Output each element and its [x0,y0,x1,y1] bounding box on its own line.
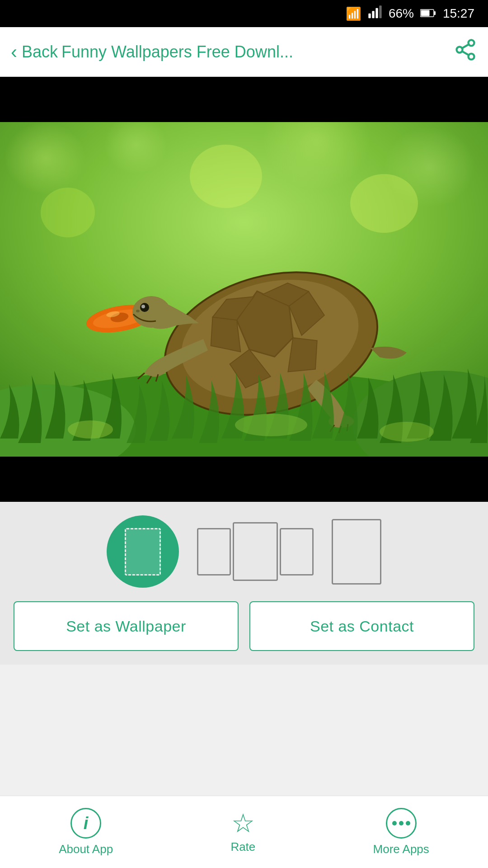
svg-point-18 [41,188,95,237]
action-buttons: Set as Wallpaper Set as Contact [0,601,488,665]
svg-point-19 [350,174,418,233]
more-apps-label: More Apps [373,842,429,856]
image-container [0,77,488,502]
svg-point-44 [235,414,307,436]
svg-line-10 [462,51,469,55]
landscape-option-icon [197,522,314,581]
top-nav-bar: ‹ Back Funny Wallpapers Free Downl... [0,27,488,77]
square-option-icon [332,519,381,585]
wifi-icon: 📶 [346,6,361,21]
svg-point-41 [136,310,140,312]
set-wallpaper-button[interactable]: Set as Wallpaper [14,601,239,651]
dot1 [392,821,397,826]
rate-nav-item[interactable]: ☆ Rate [230,810,255,854]
main-image [0,122,488,457]
svg-point-13 [5,122,86,194]
svg-rect-1 [372,11,374,18]
back-label: Back [22,42,58,61]
svg-line-11 [462,44,469,48]
bottom-navigation: i About App ☆ Rate More Apps [0,796,488,868]
time-display: 15:27 [443,6,474,21]
back-chevron-icon: ‹ [11,42,17,61]
portrait-option-icon [125,528,161,576]
wallpaper-options [0,502,488,601]
more-apps-nav-item[interactable]: More Apps [373,808,429,856]
page-title: Funny Wallpapers Free Downl... [61,42,454,61]
info-icon: i [70,808,101,839]
share-button[interactable] [454,38,477,66]
back-button[interactable]: ‹ Back [11,42,58,61]
svg-rect-0 [368,13,371,18]
dot2 [399,821,404,826]
portrait-option-circle [107,515,179,588]
svg-rect-5 [421,10,429,16]
status-bar: 📶 66% 15:27 [0,0,488,27]
rate-label: Rate [230,840,255,854]
svg-rect-6 [434,11,436,15]
svg-rect-2 [375,8,378,18]
signal-icon [368,5,382,23]
battery-icon [420,6,436,21]
landscape-left-panel [197,528,231,576]
svg-point-45 [380,422,434,442]
set-contact-button[interactable]: Set as Contact [249,601,474,651]
svg-point-17 [190,145,262,208]
black-bar-top [0,77,488,122]
landscape-option[interactable] [197,522,314,581]
battery-percent: 66% [389,6,414,21]
landscape-right-panel [280,528,314,576]
svg-rect-3 [379,5,381,18]
dot3 [406,821,410,826]
square-option[interactable] [332,519,381,585]
about-app-label: About App [59,842,113,856]
star-icon: ☆ [231,810,255,836]
svg-point-40 [141,305,145,308]
about-app-nav-item[interactable]: i About App [59,808,113,856]
portrait-option[interactable] [107,515,179,588]
black-bar-bottom [0,457,488,502]
svg-point-43 [68,420,113,439]
landscape-center-panel [233,522,278,581]
more-apps-icon [386,808,417,839]
